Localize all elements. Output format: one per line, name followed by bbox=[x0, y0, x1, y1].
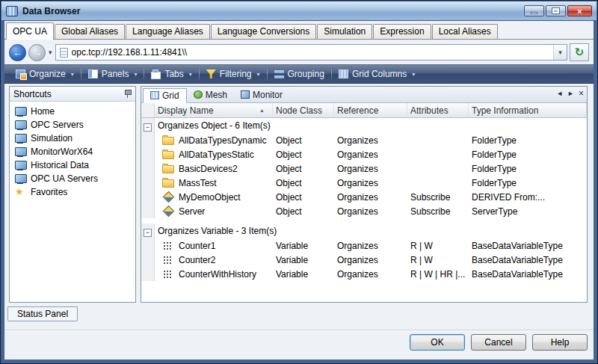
sidebar-item-opc-ua-servers[interactable]: OPC UA Servers bbox=[11, 172, 134, 185]
tab-grid[interactable]: Grid bbox=[143, 88, 187, 103]
sidebar-item-label: Simulation bbox=[31, 133, 73, 144]
close-button[interactable]: × bbox=[567, 5, 592, 16]
folder-icon bbox=[162, 179, 174, 188]
cell-reference: Organizes bbox=[334, 253, 407, 267]
shortcuts-title: Shortcuts bbox=[13, 89, 52, 99]
table-row[interactable]: Counter2 Variable Organizes R | W BaseDa… bbox=[141, 253, 587, 267]
close-icon[interactable]: × bbox=[579, 90, 584, 97]
maximize-button[interactable] bbox=[546, 5, 566, 16]
cancel-button[interactable]: Cancel bbox=[471, 334, 526, 351]
sidebar-item-historical-data[interactable]: Historical Data bbox=[11, 158, 134, 172]
cell-node-class: Variable bbox=[273, 253, 334, 267]
computer-icon bbox=[15, 174, 26, 184]
cell-type-information: DERIVED From:... bbox=[469, 190, 587, 204]
table-row[interactable]: MassTest Object Organizes FolderType bbox=[141, 176, 587, 190]
tab-expression[interactable]: Expression bbox=[373, 24, 431, 39]
history-dropdown-button[interactable]: ▾ bbox=[48, 49, 53, 56]
sidebar-item-simulation[interactable]: Simulation bbox=[11, 132, 134, 145]
sidebar-item-monitorworx64[interactable]: MonitorWorX64 bbox=[11, 145, 134, 158]
sidebar-item-label: Favorites bbox=[31, 187, 67, 197]
panels-menu-button[interactable]: Panels ▾ bbox=[81, 65, 144, 83]
funnel-icon bbox=[206, 70, 216, 78]
tab-global-aliases[interactable]: Global Aliases bbox=[55, 24, 125, 39]
toolbar: Organize ▾ Panels ▾ Tabs ▾ bbox=[4, 64, 594, 84]
tab-monitor[interactable]: Monitor bbox=[234, 87, 289, 102]
tab-simulation[interactable]: Simulation bbox=[317, 24, 372, 39]
ok-button[interactable]: OK bbox=[410, 334, 465, 351]
chevron-down-icon: ▾ bbox=[257, 71, 260, 78]
tab-language-aliases[interactable]: Language Aliases bbox=[126, 24, 210, 39]
endpoint-icon bbox=[60, 48, 68, 58]
column-header-node-class[interactable]: Node Class bbox=[273, 103, 334, 117]
column-header-type-information[interactable]: Type Information bbox=[469, 103, 587, 117]
cell-node-class: Variable bbox=[273, 267, 334, 281]
address-value[interactable]: opc.tcp://192.168.1.11:4841\\ bbox=[72, 47, 549, 58]
forward-button[interactable]: → bbox=[28, 44, 46, 61]
chevron-down-icon: ▾ bbox=[412, 71, 415, 78]
table-row[interactable]: Server Object Organizes Subscribe Server… bbox=[141, 204, 587, 218]
titlebar[interactable]: Data Browser × bbox=[1, 1, 597, 21]
cell-attributes: Subscribe bbox=[407, 204, 469, 218]
address-dropdown-button[interactable]: ▾ bbox=[553, 45, 567, 60]
cell-display-name: AllDataTypesStatic bbox=[179, 149, 254, 160]
refresh-button[interactable]: ↻ bbox=[570, 43, 589, 61]
table-row[interactable]: AllDataTypesStatic Object Organizes Fold… bbox=[141, 147, 587, 161]
table-row[interactable]: AllDataTypesDynamic Object Organizes Fol… bbox=[141, 133, 587, 147]
table-row[interactable]: MyDemoObject Object Organizes Subscribe … bbox=[141, 190, 587, 204]
column-header-attributes[interactable]: Attributes bbox=[407, 103, 469, 117]
tab-local-aliases[interactable]: Local Aliases bbox=[432, 24, 498, 39]
column-header-reference[interactable]: Reference bbox=[334, 103, 407, 117]
scroll-left-icon[interactable]: ◄ bbox=[556, 90, 563, 97]
cell-display-name: Server bbox=[179, 206, 205, 217]
cell-attributes bbox=[407, 176, 469, 190]
chevron-down-icon: ▾ bbox=[558, 49, 562, 56]
pin-icon[interactable] bbox=[123, 89, 132, 99]
sidebar-item-opc-servers[interactable]: OPC Servers bbox=[11, 118, 134, 132]
collapse-icon[interactable]: − bbox=[144, 229, 152, 237]
shortcuts-header: Shortcuts bbox=[10, 87, 135, 102]
toolbar-label: Grouping bbox=[288, 69, 324, 79]
computer-icon bbox=[15, 107, 26, 117]
cell-attributes: R | W bbox=[407, 253, 469, 267]
cell-attributes: R | W bbox=[407, 238, 469, 253]
minimize-button[interactable] bbox=[524, 5, 544, 16]
toolbar-label: Panels bbox=[102, 69, 129, 79]
cell-reference: Organizes bbox=[334, 204, 407, 218]
cell-type-information: FolderType bbox=[469, 147, 587, 161]
cell-reference: Organizes bbox=[334, 176, 407, 190]
group-row[interactable]: − Organizes Object - 6 Item(s) bbox=[141, 118, 587, 133]
cell-reference: Organizes bbox=[334, 133, 407, 147]
table-row[interactable]: Counter1 Variable Organizes R | W BaseDa… bbox=[141, 238, 587, 253]
computer-icon bbox=[15, 134, 26, 144]
grouping-menu-button[interactable]: Grouping bbox=[268, 65, 331, 83]
tab-status-panel[interactable]: Status Panel bbox=[7, 306, 78, 321]
tabs-menu-button[interactable]: Tabs ▾ bbox=[144, 65, 198, 83]
tab-mesh[interactable]: Mesh bbox=[187, 87, 234, 102]
table-row[interactable]: BasicDevices2 Object Organizes FolderTyp… bbox=[141, 161, 587, 176]
cell-reference: Organizes bbox=[334, 147, 407, 161]
cell-node-class: Variable bbox=[273, 238, 334, 253]
help-button[interactable]: Help bbox=[532, 334, 588, 351]
cell-display-name: AllDataTypesDynamic bbox=[179, 135, 266, 146]
grid-header-row: Display Name ▲ Node Class Reference Attr… bbox=[141, 103, 587, 118]
sidebar-item-favorites[interactable]: Favorites bbox=[11, 185, 134, 199]
column-header-display-name[interactable]: Display Name ▲ bbox=[155, 103, 273, 117]
scroll-right-icon[interactable]: ► bbox=[567, 90, 574, 97]
collapse-icon[interactable]: − bbox=[144, 123, 152, 132]
group-row[interactable]: − Organizes Variable - 3 Item(s) bbox=[141, 223, 587, 238]
app-icon bbox=[6, 6, 18, 16]
grid-icon bbox=[162, 241, 174, 250]
address-combobox[interactable]: opc.tcp://192.168.1.11:4841\\ ▾ bbox=[55, 44, 567, 61]
tab-language-conversions[interactable]: Language Conversions bbox=[211, 24, 316, 39]
organize-menu-button[interactable]: Organize ▾ bbox=[9, 65, 81, 83]
filtering-menu-button[interactable]: Filtering ▾ bbox=[200, 65, 267, 83]
computer-icon bbox=[15, 120, 26, 130]
row-indicator-header bbox=[141, 103, 155, 117]
tab-opc-ua[interactable]: OPC UA bbox=[6, 22, 54, 40]
window-title: Data Browser bbox=[22, 6, 520, 16]
grid-columns-menu-button[interactable]: Grid Columns ▾ bbox=[332, 65, 422, 83]
back-button[interactable]: ← bbox=[9, 44, 26, 61]
grouping-icon bbox=[274, 70, 284, 78]
sidebar-item-home[interactable]: Home bbox=[11, 105, 134, 118]
table-row[interactable]: CounterWithHistory Variable Organizes R … bbox=[141, 267, 587, 281]
